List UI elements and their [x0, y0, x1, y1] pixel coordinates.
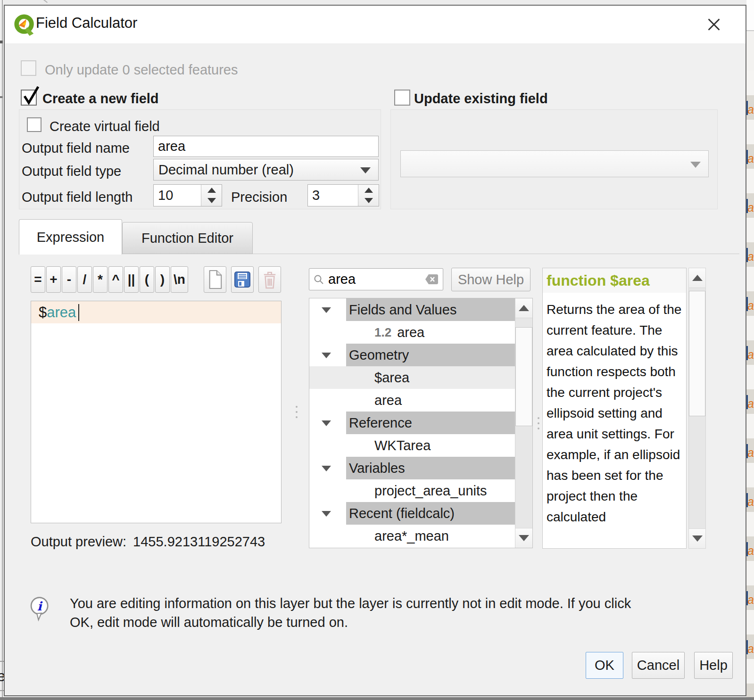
operator-newline-button[interactable]: \n — [171, 266, 188, 293]
only-update-selected-checkbox — [21, 60, 36, 76]
show-help-button[interactable]: Show Help — [451, 268, 530, 291]
trash-icon — [262, 270, 278, 289]
create-virtual-field-checkbox[interactable] — [27, 117, 41, 132]
tree-scrollbar[interactable] — [515, 298, 532, 548]
tab-function-editor[interactable]: Function Editor — [122, 222, 253, 254]
notice-line-1: You are editing information on this laye… — [70, 594, 631, 613]
save-icon — [234, 271, 251, 288]
info-bubble-icon: i — [29, 596, 51, 622]
spin-down-icon[interactable] — [201, 196, 222, 206]
update-field-combobox — [400, 150, 709, 177]
title-bar: Field Calculator — [5, 6, 746, 43]
update-existing-field-checkbox[interactable] — [394, 90, 410, 106]
function-tree: Fields and Values 1.2 area Geometry $are… — [309, 298, 533, 548]
scroll-down-icon[interactable] — [689, 528, 705, 548]
tree-group-fields-and-values[interactable]: Fields and Values — [309, 298, 515, 321]
output-field-name-input[interactable] — [153, 136, 379, 157]
scroll-down-icon[interactable] — [515, 528, 532, 548]
operator-equals-button[interactable]: = — [31, 266, 45, 293]
collapse-arrow-icon[interactable] — [322, 307, 331, 313]
cancel-button[interactable]: Cancel — [632, 652, 685, 679]
spin-down-icon[interactable] — [358, 196, 379, 206]
create-new-field-label: Create a new field — [42, 91, 159, 107]
scrollbar-thumb[interactable] — [515, 327, 532, 426]
help-scrollbar[interactable] — [688, 268, 706, 549]
function-help-title: function $area — [543, 268, 686, 293]
tree-item-dollar-area[interactable]: $area — [309, 366, 515, 389]
tree-item-wktarea[interactable]: WKTarea — [309, 434, 515, 457]
background-app-right-sliver: a a a a a a a a a a a a — [746, 0, 754, 700]
tree-item-area-mean[interactable]: area*_mean — [309, 525, 515, 547]
output-field-type-combobox[interactable]: Decimal number (real) — [153, 159, 379, 181]
background-app-left-sliver: e — [0, 0, 4, 700]
scroll-up-icon[interactable] — [689, 268, 705, 288]
operator-power-button[interactable]: ^ — [108, 266, 123, 293]
tree-item-label: area — [397, 325, 424, 340]
tree-group-geometry[interactable]: Geometry — [309, 344, 515, 366]
tree-group-reference[interactable]: Reference — [309, 412, 515, 434]
edit-mode-notice: You are editing information on this laye… — [70, 594, 631, 632]
expression-word-token: area — [47, 304, 76, 321]
collapse-arrow-icon[interactable] — [322, 466, 331, 471]
precision-value: 3 — [308, 185, 358, 206]
tree-item-label: area*_mean — [374, 528, 449, 544]
tree-item-field-area[interactable]: 1.2 area — [309, 321, 515, 344]
function-help-body: Returns the area of the current feature.… — [543, 293, 686, 527]
ok-button[interactable]: OK — [586, 652, 623, 679]
tab-expression-label: Expression — [37, 230, 104, 245]
tree-group-label: Geometry — [349, 347, 409, 363]
collapse-arrow-icon[interactable] — [322, 353, 331, 358]
tree-item-project-area-units[interactable]: project_area_units — [309, 479, 515, 502]
tree-item-area[interactable]: area — [309, 389, 515, 412]
operator-close-paren-button[interactable]: ) — [155, 266, 170, 293]
update-field-groupbox — [390, 109, 718, 209]
create-new-field-checkbox[interactable] — [21, 90, 37, 106]
splitter-handle[interactable] — [537, 409, 540, 437]
operator-button-row: = + - / * ^ || ( ) \n — [31, 266, 188, 293]
spin-up-icon[interactable] — [201, 185, 222, 196]
precision-spinner[interactable]: 3 — [307, 184, 379, 206]
chevron-down-icon — [360, 167, 371, 173]
tree-group-variables[interactable]: Variables — [309, 457, 515, 479]
collapse-arrow-icon[interactable] — [322, 511, 331, 517]
save-expression-button[interactable] — [231, 266, 254, 293]
create-virtual-field-label: Create virtual field — [50, 119, 160, 134]
splitter-handle[interactable] — [295, 398, 298, 426]
tree-group-label: Fields and Values — [349, 302, 456, 318]
scroll-up-icon[interactable] — [515, 298, 532, 318]
expression-editor[interactable]: $area — [31, 301, 282, 523]
new-expression-button[interactable] — [204, 266, 226, 293]
operator-divide-button[interactable]: / — [77, 266, 92, 293]
clear-backspace-icon[interactable] — [424, 273, 439, 286]
operator-plus-button[interactable]: + — [46, 266, 61, 293]
window-title: Field Calculator — [36, 15, 137, 32]
expression-dollar-token: $ — [39, 304, 47, 321]
collapse-arrow-icon[interactable] — [322, 420, 331, 426]
help-button[interactable]: Help — [694, 652, 733, 679]
operator-multiply-button[interactable]: * — [93, 266, 108, 293]
operator-concat-button[interactable]: || — [124, 266, 139, 293]
search-input[interactable] — [328, 272, 424, 287]
decimal-field-type-icon: 1.2 — [374, 325, 391, 340]
output-field-name-label: Output field name — [22, 140, 130, 156]
output-field-type-value: Decimal number (real) — [158, 162, 294, 178]
output-field-length-spinner[interactable]: 10 — [153, 184, 222, 206]
tree-item-label: project_area_units — [374, 483, 487, 499]
close-icon[interactable] — [704, 15, 723, 34]
spin-up-icon[interactable] — [358, 185, 379, 196]
tab-expression[interactable]: Expression — [19, 219, 122, 255]
tab-function-editor-label: Function Editor — [141, 231, 233, 246]
background-bottom-edge — [0, 697, 754, 700]
tree-item-label: $area — [374, 370, 409, 386]
scrollbar-thumb[interactable] — [689, 291, 705, 416]
tree-group-recent-fieldcalc[interactable]: Recent (fieldcalc) — [309, 502, 515, 525]
show-help-label: Show Help — [458, 272, 524, 288]
new-file-icon — [207, 270, 223, 289]
function-search-box[interactable] — [309, 268, 443, 290]
background-app-top-sliver — [4, 0, 754, 5]
operator-minus-button[interactable]: - — [62, 266, 76, 293]
operator-open-paren-button[interactable]: ( — [140, 266, 154, 293]
output-field-length-value: 10 — [154, 185, 201, 206]
tree-group-label: Variables — [349, 461, 405, 476]
screen: e a a a a a a a a a a a a Field Calculat… — [0, 0, 754, 700]
